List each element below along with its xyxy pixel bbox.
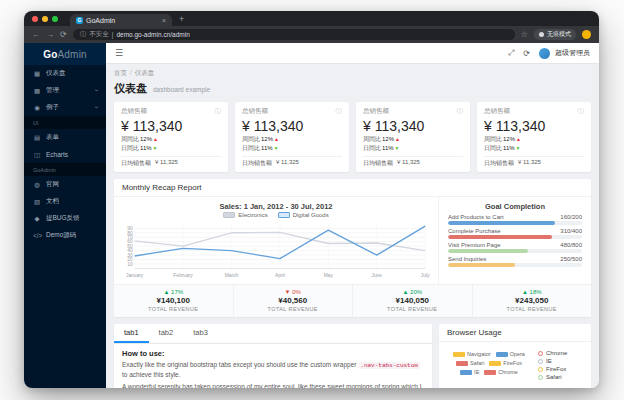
security-label: 不安全 — [89, 30, 109, 39]
legend-chip: FireFox — [489, 360, 522, 366]
svg-text:January: January — [126, 273, 144, 278]
down-arrow-icon: ▼ — [395, 145, 400, 151]
tab-tab2[interactable]: tab2 — [149, 324, 184, 343]
url-divider: | — [112, 31, 114, 38]
sidebar-item-admin[interactable]: ▩ 管理 › — [24, 82, 106, 99]
page-content: 首页/仪表盘 仪表盘 dashboard example 总销售额ⓘ ¥ 113… — [106, 64, 599, 388]
page-subtitle: dashboard example — [153, 86, 210, 93]
goadmin-logo[interactable]: GoAdmin — [24, 43, 106, 65]
breadcrumb-current: 仪表盘 — [135, 69, 155, 76]
info-icon[interactable]: ⓘ — [457, 107, 464, 116]
tab-content: How to use: Exactly like the original bo… — [114, 344, 432, 388]
dod-metric: 日同比11%▼ — [484, 144, 584, 153]
sidebar-item-label: Echarts — [46, 151, 97, 158]
fullscreen-icon[interactable]: ⤢ — [508, 48, 514, 58]
sidebar-item-label: 文档 — [46, 197, 97, 206]
admin-icon: ▩ — [33, 87, 41, 95]
dod-metric: 日同比11%▼ — [121, 144, 221, 153]
svg-text:June: June — [371, 273, 382, 278]
up-arrow-icon: ▲ — [274, 136, 279, 142]
refresh-icon[interactable]: ⟳ — [523, 49, 530, 58]
example-icon: ◉ — [33, 104, 41, 112]
svg-text:90: 90 — [127, 226, 133, 231]
document-icon: ▧ — [33, 198, 41, 206]
svg-text:70: 70 — [127, 235, 133, 240]
dod-metric: 日同比11%▼ — [363, 144, 463, 153]
tab-title: GoAdmin — [86, 17, 159, 24]
address-bar[interactable]: ⓘ 不安全 | demo.go-admin.cn/admin — [73, 29, 515, 40]
sidebar-item-label: 例子 — [46, 103, 90, 112]
legend-swatch-digital-goods — [278, 212, 290, 218]
list-item: Chrome — [538, 350, 586, 356]
sidebar-item-website[interactable]: ◍ 官网 — [24, 176, 106, 193]
legend-chip: Chrome — [484, 369, 518, 375]
stat-card: 总销售额ⓘ ¥ 113,340 周同比12%▲ 日同比11%▼ 日均销售额¥ 1… — [114, 102, 228, 172]
back-icon[interactable]: ← — [32, 30, 40, 39]
goal-item: Add Products to Cart160/200 — [448, 214, 582, 225]
tab-tab1[interactable]: tab1 — [114, 324, 149, 343]
legend-chip: Opera — [496, 351, 525, 357]
sidebar-item-dashboard[interactable]: ▦ 仪表盘 — [24, 65, 106, 82]
sidebar-item-docs[interactable]: ▧ 文档 — [24, 193, 106, 210]
stat-card-label: 总销售额 — [242, 107, 268, 116]
sidebar-item-example[interactable]: ◉ 例子 › — [24, 99, 106, 116]
user-name[interactable]: 超级管理员 — [555, 48, 590, 58]
sidebar-item-demo-source[interactable]: </> Demo源码 — [24, 227, 106, 244]
sidebar: GoAdmin ▦ 仪表盘 ▩ 管理 › ◉ 例子 › UI ▤ — [24, 43, 106, 388]
profile-avatar[interactable] — [582, 30, 591, 39]
svg-text:30: 30 — [127, 253, 133, 258]
stat-card-footer: 日均销售额¥ 11,325 — [121, 159, 221, 168]
site-info-icon[interactable]: ⓘ — [80, 30, 87, 39]
admin-app: GoAdmin ▦ 仪表盘 ▩ 管理 › ◉ 例子 › UI ▤ — [24, 43, 599, 388]
info-icon[interactable]: ⓘ — [215, 107, 222, 116]
goal-completion-panel: Goal Completion Add Products to Cart160/… — [439, 197, 591, 284]
code-icon: </> — [33, 232, 41, 239]
incognito-badge[interactable]: 无痕模式 — [534, 29, 576, 40]
svg-text:July: July — [421, 273, 430, 278]
user-avatar[interactable] — [539, 48, 550, 59]
sidebar-item-label: Demo源码 — [46, 231, 97, 240]
svg-text:10: 10 — [127, 262, 133, 267]
incognito-icon — [539, 32, 544, 37]
down-arrow-icon: ▼ — [153, 145, 158, 151]
up-arrow-icon: ▲ — [516, 136, 521, 142]
wow-metric: 周同比12%▲ — [121, 135, 221, 144]
sidebar-item-echarts[interactable]: ◫ Echarts — [24, 146, 106, 163]
sidebar-item-label: 仪表盘 — [46, 69, 97, 78]
sidebar-item-bug-feedback[interactable]: ◆ 提BUG反馈 — [24, 210, 106, 227]
bookmark-star-icon[interactable]: ☆ — [521, 30, 528, 39]
tabs-header: tab1 tab2 tab3 — [114, 324, 432, 344]
sidebar-item-form[interactable]: ▤ 表单 — [24, 129, 106, 146]
reload-icon[interactable]: ⟳ — [60, 30, 67, 39]
main-area: ☰ ⤢ ⟳ 超级管理员 首页/仪表盘 仪表盘 dashboard example — [106, 43, 599, 388]
circle-icon — [538, 359, 543, 364]
new-tab-button[interactable]: + — [179, 14, 184, 24]
info-icon[interactable]: ⓘ — [336, 107, 343, 116]
tab-close-icon[interactable]: × — [162, 17, 166, 24]
stat-card: 总销售额ⓘ ¥ 113,340 周同比12%▲ 日同比11%▼ 日均销售额¥ 1… — [235, 102, 349, 172]
tab-tab3[interactable]: tab3 — [183, 324, 218, 343]
legend-label: Electronics — [238, 212, 267, 218]
traffic-light-close-button[interactable] — [32, 16, 38, 22]
browser-tab[interactable]: G GoAdmin × — [70, 14, 172, 26]
sidebar-toggle-icon[interactable]: ☰ — [115, 48, 123, 58]
howto-paragraph: Exactly like the original bootstrap tabs… — [122, 360, 424, 380]
progress-bar — [448, 249, 582, 253]
info-icon[interactable]: ⓘ — [578, 107, 585, 116]
stat-card-label: 总销售额 — [121, 107, 147, 116]
incognito-label: 无痕模式 — [547, 30, 571, 39]
legend-chip: IE — [460, 369, 479, 375]
chart-icon: ◫ — [33, 151, 41, 159]
down-arrow-icon: ▼ — [274, 145, 279, 151]
revenue-col: ▲ 18% ¥243,050 TOTAL REVENUE — [473, 285, 592, 317]
chevron-right-icon: › — [92, 106, 99, 108]
traffic-light-minimize-button[interactable] — [42, 16, 48, 22]
lorem-paragraph: A wonderful serenity has taken possessio… — [122, 382, 424, 388]
svg-text:60: 60 — [127, 239, 133, 244]
breadcrumb-home[interactable]: 首页 — [114, 69, 127, 76]
stat-card-value: ¥ 113,340 — [363, 118, 463, 134]
goal-item: Complete Purchase310/400 — [448, 228, 582, 239]
traffic-light-zoom-button[interactable] — [52, 16, 58, 22]
forward-icon[interactable]: → — [46, 30, 54, 39]
svg-text:March: March — [225, 273, 239, 278]
